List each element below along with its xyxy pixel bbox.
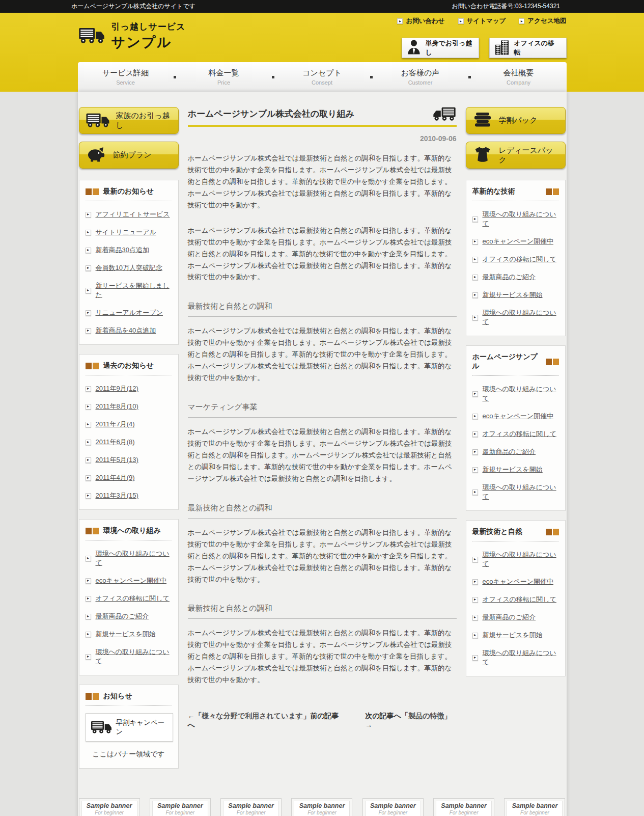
prev-article-link[interactable]: 様々な分野で利用されています — [202, 712, 303, 720]
arrow-bullet-icon — [86, 386, 91, 392]
news-link[interactable]: 新着商品30点追加 — [96, 246, 149, 255]
site-logo[interactable]: 引っ越しサービス サンプル — [78, 21, 186, 51]
banner-student-discount[interactable]: 学割パック — [466, 107, 566, 134]
list-item: 新規サービスを開始 — [472, 465, 559, 474]
side-link[interactable]: ecoキャンペーン開催中 — [483, 577, 553, 586]
archive-link[interactable]: 2011年6月(8) — [96, 438, 135, 447]
banner-title: Sample banner — [157, 802, 203, 809]
side-link[interactable]: ecoキャンペーン開催中 — [483, 237, 553, 246]
archive-link[interactable]: 2011年5月(13) — [96, 455, 138, 465]
box-title: 環境への取り組み — [86, 526, 172, 540]
news-link[interactable]: アフィリエイトサービス — [96, 210, 170, 219]
single-move-button[interactable]: 単身でお引っ越し — [402, 38, 479, 58]
box-title: ホームページサンプル — [472, 352, 559, 376]
archive-link[interactable]: 2011年4月(9) — [96, 473, 135, 482]
list-item: 2011年3月(15) — [86, 491, 172, 500]
archive-link[interactable]: 2011年8月(10) — [96, 402, 138, 411]
arrow-bullet-icon — [472, 579, 478, 585]
section-heading: 最新技術と自然との調和 — [188, 604, 457, 619]
arrow-bullet-icon — [472, 239, 478, 244]
news-link[interactable]: 新着商品を40点追加 — [96, 326, 156, 335]
nav-item-concept[interactable]: コンセプト Consept — [274, 68, 370, 86]
left-sidebar: 家族のお引っ越し 節約プラン 最新のお知らせ アフィリエイトサービス サイトリニ… — [79, 107, 179, 778]
sample-banner[interactable]: Sample banner For beginner — [79, 798, 140, 816]
arrow-bullet-icon — [472, 557, 478, 562]
next-article-link[interactable]: 製品の特徴 — [408, 712, 444, 720]
sample-banner[interactable]: Sample banner For beginner — [433, 798, 494, 816]
side-link[interactable]: オフィスの移転に関して — [483, 255, 556, 264]
side-link[interactable]: 環境への取り組みについて — [483, 550, 559, 568]
main-article: ホームページサンプル株式会社の取り組み 2010-09-06 ホームページサンプ… — [187, 107, 458, 778]
arrow-bullet-icon — [472, 292, 478, 298]
side-link[interactable]: 環境への取り組みについて — [483, 385, 559, 403]
side-link[interactable]: 新規サービスを開始 — [483, 465, 543, 474]
list-item: 最新商品のご紹介 — [472, 613, 559, 622]
list-item: 2011年7月(4) — [86, 420, 172, 429]
env-link[interactable]: 新規サービスを開始 — [96, 630, 156, 639]
news-link[interactable]: 会員数10万人突破記念 — [96, 263, 162, 273]
nav-item-price[interactable]: 料金一覧 Price — [176, 68, 272, 86]
side-link[interactable]: 環境への取り組みについて — [483, 210, 559, 228]
sample-banner[interactable]: Sample banner For beginner — [220, 798, 282, 816]
archive-link[interactable]: 2011年3月(15) — [96, 491, 138, 500]
nav-label-en: Price — [176, 79, 272, 86]
sample-banner[interactable]: Sample banner For beginner — [150, 798, 211, 816]
cta-label: オフィスの移転 — [514, 39, 561, 57]
quick-link-contact[interactable]: お問い合わせ — [397, 17, 444, 25]
box-title-label: 革新的な技術 — [472, 187, 515, 196]
news-link[interactable]: リニューアルオープン — [96, 308, 163, 317]
env-link[interactable]: 最新商品のご紹介 — [96, 612, 149, 621]
sample-banner[interactable]: Sample banner For beginner — [362, 798, 424, 816]
nav-item-company[interactable]: 会社概要 Company — [471, 68, 567, 86]
side-link[interactable]: 新規サービスを開始 — [483, 631, 543, 640]
arrow-bullet-icon — [472, 315, 478, 320]
archive-link[interactable]: 2011年9月(12) — [96, 384, 138, 393]
top-info-bar: ホームページサンプル株式会社のサイトです お問い合わせ電話番号:03-12345… — [0, 0, 644, 13]
env-link[interactable]: オフィスの移転に関して — [96, 594, 170, 603]
side-link[interactable]: ecoキャンペーン開催中 — [483, 412, 553, 421]
side-link[interactable]: 新規サービスを開始 — [483, 290, 543, 300]
banner-ladies-pack[interactable]: レディースパック — [466, 142, 566, 169]
quick-link-access-map[interactable]: アクセス地図 — [519, 17, 566, 25]
arrow-bullet-icon — [86, 265, 91, 271]
side-link[interactable]: 環境への取り組みについて — [483, 648, 559, 667]
list-item: 環境への取り組みについて — [86, 549, 172, 567]
box-title: お知らせ — [86, 692, 172, 706]
side-link[interactable]: オフィスの移転に関して — [483, 429, 556, 439]
side-link[interactable]: 最新商品のご紹介 — [483, 273, 536, 282]
arrow-bullet-icon — [472, 449, 478, 455]
arrow-bullet-icon — [86, 578, 91, 584]
nav-item-customer[interactable]: お客様の声 Customer — [373, 68, 468, 86]
sample-banner[interactable]: Sample banner For beginner — [504, 798, 565, 816]
banner-subtitle: For beginner — [165, 810, 194, 815]
cta-label: 単身でお引っ越し — [426, 39, 473, 57]
sample-banner[interactable]: Sample banner For beginner — [291, 798, 352, 816]
side-link[interactable]: オフィスの移転に関して — [483, 595, 556, 604]
nav-item-service[interactable]: サービス詳細 Service — [78, 68, 174, 86]
archive-link[interactable]: 2011年7月(4) — [96, 420, 135, 429]
list-item: アフィリエイトサービス — [86, 210, 172, 219]
article-paragraph: ホームページサンプル株式会社では最新技術と自然との調和を目指します。革新的な技術… — [188, 225, 457, 284]
main-nav: サービス詳細 Service 料金一覧 Price コンセプト Consept … — [78, 62, 567, 92]
env-link[interactable]: ecoキャンペーン開催中 — [96, 576, 166, 585]
env-link[interactable]: 環境への取り組みについて — [96, 647, 172, 666]
innovative-tech-box: 革新的な技術 環境への取り組みについて ecoキャンペーン開催中 オフィスの移転… — [466, 180, 566, 336]
news-link[interactable]: サイトリニューアル — [96, 228, 156, 237]
quick-link-sitemap[interactable]: サイトマップ — [458, 17, 506, 25]
quick-link-label: サイトマップ — [467, 17, 506, 25]
side-link[interactable]: 環境への取り組みについて — [483, 483, 559, 501]
arrow-bullet-icon — [86, 440, 91, 445]
nav-label-jp: サービス詳細 — [78, 68, 174, 78]
banner-saving-plan[interactable]: 節約プラン — [79, 142, 179, 169]
side-link[interactable]: 環境への取り組みについて — [483, 308, 559, 327]
office-move-button[interactable]: オフィスの移転 — [489, 38, 567, 58]
page-title: ホームページサンプル株式会社の取り組み — [188, 108, 426, 120]
early-discount-banner[interactable]: 早割キャンペーン — [86, 713, 173, 742]
banner-family-move[interactable]: 家族のお引っ越し — [79, 107, 179, 134]
env-link[interactable]: 環境への取り組みについて — [96, 549, 172, 567]
arrow-bullet-icon — [86, 328, 91, 334]
side-link[interactable]: 最新商品のご紹介 — [483, 447, 536, 456]
arrow-bullet-icon — [472, 467, 478, 473]
side-link[interactable]: 最新商品のご紹介 — [483, 613, 536, 622]
news-link[interactable]: 新サービスを開始しました — [96, 281, 172, 300]
